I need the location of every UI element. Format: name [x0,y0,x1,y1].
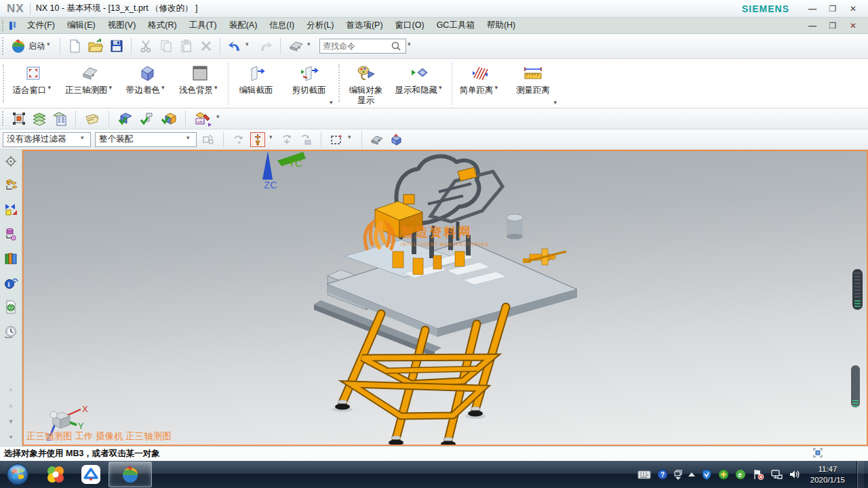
chevron-down-icon[interactable] [48,85,54,92]
show-hide-button[interactable]: 显示和隐藏 [390,59,451,108]
chevron-down-icon[interactable] [553,97,557,106]
check-cube-icon[interactable] [160,110,178,127]
security-shield-icon[interactable] [701,469,712,480]
marquee-select-icon[interactable] [329,132,344,147]
toolbar-grip[interactable] [2,37,3,55]
help-icon[interactable]: ? [657,469,668,480]
toolbar-grip[interactable] [2,20,3,31]
minimize-button[interactable] [807,4,818,14]
chevron-down-icon[interactable] [245,43,252,49]
show-hidden-icons-button[interactable] [688,472,695,476]
action-center-flag-icon[interactable] [752,469,764,480]
chevron-down-icon[interactable] [269,136,275,142]
graphics-viewport[interactable]: ZC YC [22,150,868,446]
cube-select-icon[interactable] [389,132,403,147]
chevron-down-icon[interactable] [348,136,354,142]
taskbar-app-netdisk[interactable] [73,461,108,488]
volume-icon[interactable] [789,469,800,480]
node-handles-icon[interactable] [11,110,27,127]
selection-filter-combo[interactable]: 没有选择过滤器 [3,132,91,147]
start-menu-button[interactable]: 启动 [8,37,55,56]
show-desktop-button[interactable] [856,461,864,488]
undo-button[interactable] [225,37,254,55]
shaded-tool-icon[interactable] [370,132,384,147]
measure-distance-button[interactable]: 测量距离 [507,59,559,108]
clip-section-button[interactable]: 剪切截面 [283,59,336,108]
chevron-down-icon[interactable] [161,85,167,92]
new-file-button[interactable] [65,37,84,55]
open-file-button[interactable] [85,37,106,55]
chevron-down-icon[interactable] [81,136,87,142]
network-icon[interactable] [770,469,783,480]
save-button[interactable] [107,37,126,55]
menu-edit[interactable]: 编辑(E) [61,18,102,33]
toolbar-grip[interactable] [2,111,3,126]
note-tag-icon[interactable] [83,110,101,127]
chevron-down-icon[interactable] [330,97,333,106]
close-button[interactable] [848,4,859,14]
part-navigator-icon[interactable] [4,227,18,241]
toolbar-grip[interactable] [338,64,340,102]
constraint-navigator-icon[interactable] [4,203,18,216]
menu-preferences[interactable]: 首选项(P) [340,18,389,33]
chevron-down-icon[interactable] [307,43,313,49]
restore-button[interactable] [827,4,838,14]
light-background-button[interactable]: 浅色背景 [174,59,226,108]
chevron-down-icon[interactable] [439,85,445,92]
menu-assemblies[interactable]: 装配(A) [223,18,264,33]
browser-e-icon[interactable]: e [735,469,746,480]
shaded-with-edges-button[interactable]: 带边着色 [121,59,174,108]
machine-model[interactable] [314,157,863,445]
check-block-icon[interactable] [117,110,134,127]
menu-help[interactable]: 帮助(H) [481,18,521,33]
hd3d-tools-icon[interactable]: i [3,276,18,289]
menu-gc-toolbox[interactable]: GC工具箱 [431,18,481,33]
chevron-down-icon[interactable] [186,136,193,142]
menu-tools[interactable]: 工具(T) [183,18,223,33]
history-icon[interactable] [3,325,18,340]
chevron-down-icon[interactable] [47,43,53,49]
chevron-down-icon[interactable] [495,85,501,92]
antivirus-plus-icon[interactable] [718,469,729,480]
menu-view[interactable]: 视图(V) [102,18,142,33]
scroll-down-double-icon[interactable]: ⯆ [8,435,13,441]
roles-icon[interactable] [5,155,17,167]
chevron-down-icon[interactable] [214,85,220,92]
fit-window-button[interactable]: 适合窗口 [7,59,60,108]
menu-file[interactable]: 文件(F) [21,18,61,33]
assembly-navigator-icon[interactable] [4,178,18,192]
menu-information[interactable]: 信息(I) [263,18,300,33]
reuse-library-icon[interactable] [3,251,18,265]
chevron-down-icon[interactable] [109,85,115,92]
search-icon[interactable] [391,41,401,52]
menu-format[interactable]: 格式(R) [142,18,182,33]
web-browser-icon[interactable] [4,300,18,314]
search-input[interactable] [323,41,391,51]
language-restore[interactable] [674,470,682,480]
edit-section-button[interactable]: 编辑截面 [230,59,283,108]
edit-object-display-button[interactable]: 编辑对象显示 [342,59,390,108]
simple-distance-button[interactable]: 简单距离 [454,59,507,108]
check-tool-icon[interactable] [138,110,156,127]
trimetric-view-button[interactable]: 正三轴测图 [60,59,121,108]
doc-minimize-button[interactable] [807,21,818,30]
snap-point-filter-icon[interactable] [250,132,265,147]
scroll-down-icon[interactable]: ▼ [8,419,14,424]
3d-model-scene[interactable]: ZC YC [24,151,867,445]
display-mode-button[interactable] [285,37,315,55]
clip-region-icon[interactable] [812,447,823,460]
chevron-down-icon[interactable] [216,116,222,122]
wcs-triad[interactable]: ZC YC [262,151,306,190]
doc-restore-button[interactable] [827,21,838,30]
doc-close-button[interactable] [848,21,859,30]
input-method-icon[interactable] [637,469,651,480]
toolbar-grip[interactable] [3,64,4,102]
start-button[interactable] [5,462,30,487]
taskbar-app-nx[interactable] [108,462,152,487]
command-finder[interactable] [319,39,406,54]
chevron-down-icon[interactable] [408,43,414,49]
abc-edit-icon[interactable]: ABC [193,110,212,127]
taskbar-clock[interactable]: 11:47 2020/1/15 [810,464,845,485]
taskbar-app-swirl[interactable] [38,461,73,488]
menu-analysis[interactable]: 分析(L) [300,18,340,33]
